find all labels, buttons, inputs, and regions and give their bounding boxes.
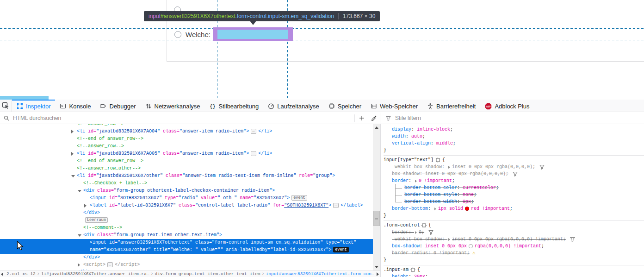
css-declaration[interactable]: border-bottom: 1px solidred !important;: [384, 205, 644, 212]
tab-adblock[interactable]: ABPAdblock Plus: [480, 100, 534, 112]
breadcrumb-item[interactable]: input#answer832591X6X7othertext.form-con…: [266, 271, 374, 277]
markup-row[interactable]: <input id="answer832591X6X7othertext" cl…: [0, 239, 373, 246]
color-swatch[interactable]: [465, 207, 469, 211]
css-declaration[interactable]: border: 0 !important;: [384, 177, 644, 184]
style-filter-input[interactable]: [394, 114, 644, 122]
scroll-down-button[interactable]: [373, 264, 380, 271]
search-input[interactable]: [12, 114, 353, 122]
radio-button[interactable]: [174, 31, 181, 38]
tab-web-storage[interactable]: Web-Speicher: [366, 100, 422, 112]
tab-performance[interactable]: Laufzeitanalyse: [263, 100, 323, 112]
selector-highlight-icon[interactable]: [435, 157, 440, 163]
scroll-down-icon: [375, 266, 378, 268]
expand-arrow[interactable]: [78, 263, 80, 267]
tab-memory[interactable]: Speicher: [324, 100, 366, 112]
scroll-up-button[interactable]: [373, 124, 380, 131]
markup-row[interactable]: <div class="form-group text-item other-t…: [0, 232, 373, 239]
css-declaration[interactable]: border-bottom-width: 0px;: [384, 198, 644, 205]
ellipsis-badge[interactable]: …: [251, 151, 256, 156]
declaration-text: border: 0;: [392, 229, 424, 236]
tab-style-editor[interactable]: {}Stilbearbeitung: [205, 100, 264, 112]
expand-arrow[interactable]: [448, 166, 450, 169]
markup-row[interactable]: <!--comment-->: [0, 224, 373, 232]
expand-arrow[interactable]: [434, 208, 436, 210]
tab-console[interactable]: Konsole: [55, 100, 95, 112]
breadcrumb: 2.col-xs-12›li#javatbd832591X6X7other.an…: [0, 271, 380, 277]
expand-arrow[interactable]: [78, 234, 81, 237]
tree-scrollbar[interactable]: [373, 124, 380, 271]
css-declaration[interactable]: barder-radius: 0 !important;⚠: [384, 250, 644, 257]
css-declaration[interactable]: border-bottom-style: none;: [384, 191, 644, 198]
declaration-text: height: 30px;: [392, 273, 428, 277]
whitespace-badge[interactable]: Leerraum: [85, 217, 108, 223]
breadcrumb-item[interactable]: 2.col-xs-12: [6, 271, 36, 277]
css-declaration[interactable]: vertical-align: middle;: [384, 140, 644, 147]
markup-row[interactable]: <li id="javatbd832591X6X7other" class="a…: [0, 172, 373, 180]
breadcrumb-separator-icon: ›: [37, 271, 40, 277]
expand-arrow[interactable]: [71, 130, 74, 133]
highlighter-guide-horizontal: [0, 40, 644, 40]
markup-row[interactable]: <li id="javatbd832591X6X7AO05" class="an…: [0, 150, 373, 157]
scrollbar-thumb[interactable]: [373, 211, 380, 226]
markup-row[interactable]: <li id="javatbd832591X6X7AO04" class="an…: [0, 128, 373, 135]
css-selector[interactable]: .input-sm{: [384, 266, 644, 273]
filter-icon[interactable]: [428, 230, 433, 235]
css-declaration[interactable]: border-bottom-color: currentcolor;: [384, 184, 644, 191]
markup-row[interactable]: name="832591X6X7other" title="Welche: " …: [0, 246, 373, 254]
breadcrumb-scroll-right-icon[interactable]: [377, 272, 379, 276]
ellipsis-badge[interactable]: …: [107, 262, 113, 267]
node-picker-button[interactable]: [0, 100, 12, 112]
css-declaration[interactable]: height: 30px;: [384, 273, 644, 277]
markup-row[interactable]: <!--answer_row_other-->: [0, 165, 373, 172]
expand-arrow[interactable]: [415, 180, 417, 183]
markup-row[interactable]: <!--end of answer_row-->: [0, 157, 373, 165]
breadcrumb-item[interactable]: li#javatbd832591X6X7other.answer-item.ra…: [41, 271, 149, 277]
css-declaration[interactable]: display: inline-block;: [384, 126, 644, 133]
expand-arrow[interactable]: [71, 175, 75, 177]
filter-icon[interactable]: [513, 171, 518, 176]
markup-row[interactable]: <label id="label-id-832591X6X7" class="c…: [0, 202, 373, 209]
filter-icon[interactable]: [539, 164, 545, 170]
breadcrumb-item[interactable]: div.form-group.text-item.other-text-item: [155, 271, 260, 277]
expand-arrow[interactable]: [71, 152, 74, 156]
markup-row[interactable]: Leerraum: [0, 217, 373, 224]
tab-debugger[interactable]: Debugger: [95, 100, 140, 112]
css-declaration[interactable]: -webkit-box-shadow: inset 0 0px 0px rgba…: [384, 164, 644, 170]
ellipsis-badge[interactable]: …: [333, 203, 339, 208]
expand-arrow[interactable]: [415, 231, 417, 234]
event-badge[interactable]: event: [291, 195, 307, 201]
breadcrumb-scroll-left-icon[interactable]: [1, 272, 3, 276]
inspector-icon: [17, 103, 23, 109]
markup-row[interactable]: <input id="SOTH832591X6X7" type="radio" …: [0, 195, 373, 202]
tab-inspector[interactable]: Inspektor: [12, 100, 55, 112]
markup-row[interactable]: <!--Checkbox + label-->: [0, 180, 373, 187]
ellipsis-badge[interactable]: …: [251, 129, 256, 134]
expand-arrow[interactable]: [448, 238, 450, 241]
color-swatch[interactable]: [469, 244, 473, 248]
markup-row[interactable]: <!--answer_row-->: [0, 143, 373, 150]
css-declaration[interactable]: -webkit-box-shadow: inset 0 0px 0px rgba…: [384, 236, 644, 243]
markup-row[interactable]: <div class="form-group othertext-label-c…: [0, 187, 373, 195]
markup-row[interactable]: </div>: [0, 254, 373, 261]
selector-highlight-icon[interactable]: [410, 267, 415, 272]
add-node-button[interactable]: [356, 115, 368, 121]
css-declaration[interactable]: box-shadow: inset 0 0px 0px rgba(0,0,0,0…: [384, 170, 644, 177]
css-declaration[interactable]: width: auto;: [384, 133, 644, 140]
filter-icon[interactable]: [570, 237, 575, 242]
css-declaration[interactable]: box-shadow: inset 0 0px 0pxrgba(0,0,0,0)…: [384, 243, 644, 250]
css-selector[interactable]: .form-control{: [384, 222, 644, 229]
markup-row[interactable]: <script>…</script>: [0, 261, 373, 269]
tab-network[interactable]: Netzwerkanalyse: [141, 100, 205, 112]
expand-arrow[interactable]: [84, 204, 87, 208]
tab-accessibility[interactable]: Barrierefreiheit: [422, 100, 480, 112]
markup-row[interactable]: <!--answer_row-->: [0, 124, 373, 128]
event-badge[interactable]: event: [333, 247, 349, 252]
expand-arrow[interactable]: [78, 190, 81, 192]
css-selector[interactable]: input[type="text"]{: [384, 157, 644, 164]
css-declaration[interactable]: border: 0;: [384, 229, 644, 236]
eyedropper-button[interactable]: [368, 115, 380, 121]
markup-row[interactable]: </div>: [0, 209, 373, 217]
property-name: border: [392, 229, 409, 236]
markup-row[interactable]: <!--end of answer_row-->: [0, 135, 373, 143]
selector-highlight-icon[interactable]: [421, 223, 427, 228]
